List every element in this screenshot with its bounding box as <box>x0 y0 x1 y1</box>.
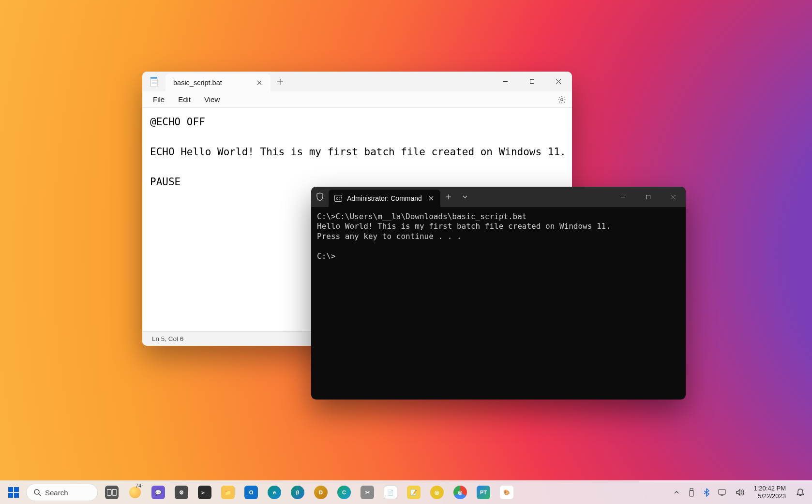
tray-volume-icon[interactable] <box>732 483 748 502</box>
svg-point-6 <box>561 98 563 101</box>
svg-text:c:\: c:\ <box>336 196 342 201</box>
taskbar-app-snipping[interactable]: ✂ <box>357 482 377 503</box>
tray-date: 5/22/2023 <box>758 492 786 500</box>
system-tray: 1:20:42 PM 5/22/2023 <box>670 483 812 502</box>
notepad-cursor-position: Ln 5, Col 6 <box>152 335 183 342</box>
taskbar-app-chat[interactable]: 💬 <box>148 482 168 503</box>
settings-icon[interactable] <box>556 94 567 105</box>
svg-rect-13 <box>14 493 19 498</box>
notepad-tab-close-icon[interactable] <box>255 78 264 87</box>
notepad-maximize-button[interactable] <box>519 72 545 91</box>
terminal-dropdown-button[interactable] <box>457 187 473 207</box>
tray-bluetooth-icon[interactable] <box>700 483 713 502</box>
search-icon <box>33 489 41 496</box>
start-button[interactable] <box>4 483 23 502</box>
taskbar-task-view[interactable] <box>102 482 122 503</box>
terminal-minimize-button[interactable] <box>610 187 635 207</box>
tray-usb-icon[interactable] <box>684 483 699 502</box>
svg-rect-11 <box>14 487 19 492</box>
notepad-minimize-button[interactable] <box>492 72 519 91</box>
tray-notifications-button[interactable] <box>792 488 809 497</box>
terminal-tab[interactable]: c:\ Administrator: Command Pro <box>329 190 440 207</box>
taskbar-app-edge-beta[interactable]: β <box>287 482 308 503</box>
tray-network-icon[interactable] <box>714 483 731 502</box>
tray-overflow-button[interactable] <box>670 483 683 502</box>
terminal-close-button[interactable] <box>661 187 686 207</box>
notepad-app-icon <box>142 72 165 91</box>
terminal-window: c:\ Administrator: Command Pro C:\>C:\Us… <box>311 187 686 400</box>
notepad-new-tab-button[interactable] <box>271 72 290 91</box>
taskbar-app-paint[interactable]: 🎨 <box>496 482 517 503</box>
tray-clock[interactable]: 1:20:42 PM 5/22/2023 <box>749 485 791 500</box>
taskbar-weather[interactable]: 74° <box>125 482 145 503</box>
taskbar-app-chrome-canary[interactable]: ◎ <box>427 482 447 503</box>
svg-point-14 <box>34 489 39 494</box>
taskbar-pinned-apps: 74° 💬 ⚙ ＞_ 📁 O e β D C ✂ 📄 📝 ◎ ◎ PT 🎨 <box>102 482 517 503</box>
notepad-tab[interactable]: basic_script.bat <box>165 74 271 91</box>
notepad-titlebar[interactable]: basic_script.bat <box>142 72 572 91</box>
svg-rect-0 <box>150 77 157 79</box>
taskbar-app-settings[interactable]: ⚙ <box>171 482 192 503</box>
notepad-menubar: File Edit View <box>142 91 572 108</box>
taskbar-app-powertoys[interactable]: PT <box>473 482 494 503</box>
menu-view[interactable]: View <box>198 93 226 105</box>
svg-rect-18 <box>690 490 693 496</box>
terminal-tab-label: Administrator: Command Pro <box>347 194 422 202</box>
taskbar-app-edge-dev[interactable]: D <box>311 482 331 503</box>
weather-temp: 74° <box>135 483 144 489</box>
taskbar: Search 74° 💬 ⚙ ＞_ 📁 O e β D C ✂ 📄 📝 ◎ <box>0 480 812 504</box>
svg-rect-1 <box>150 79 157 87</box>
taskbar-app-edge[interactable]: e <box>264 482 285 503</box>
taskbar-app-notepad[interactable]: 📄 <box>380 482 401 503</box>
tray-time: 1:20:42 PM <box>754 485 786 492</box>
taskbar-search-placeholder: Search <box>45 489 68 497</box>
taskbar-app-chrome[interactable]: ◎ <box>450 482 470 503</box>
terminal-maximize-button[interactable] <box>635 187 661 207</box>
taskbar-app-explorer[interactable]: 📁 <box>218 482 238 503</box>
taskbar-app-outlook[interactable]: O <box>241 482 261 503</box>
terminal-output[interactable]: C:\>C:\Users\m__la\Downloads\basic_scrip… <box>311 207 686 400</box>
taskbar-app-terminal[interactable]: ＞_ <box>195 482 215 503</box>
taskbar-app-edge-canary[interactable]: C <box>334 482 354 503</box>
terminal-tab-close-icon[interactable] <box>427 194 436 203</box>
svg-rect-17 <box>690 489 693 490</box>
svg-rect-15 <box>107 489 111 495</box>
svg-rect-5 <box>530 80 534 84</box>
terminal-new-tab-button[interactable] <box>440 187 457 207</box>
taskbar-search[interactable]: Search <box>26 484 98 501</box>
taskbar-app-sticky-notes[interactable]: 📝 <box>404 482 424 503</box>
menu-file[interactable]: File <box>147 93 170 105</box>
notepad-close-button[interactable] <box>545 72 572 91</box>
notepad-tab-label: basic_script.bat <box>173 79 222 87</box>
cmd-icon: c:\ <box>334 194 342 202</box>
svg-rect-10 <box>8 487 13 492</box>
svg-rect-16 <box>112 489 117 495</box>
desktop: basic_script.bat File Edit View @ECHO OF… <box>0 0 812 504</box>
svg-rect-19 <box>719 489 725 494</box>
svg-rect-9 <box>646 195 650 199</box>
admin-shield-icon <box>311 187 329 207</box>
svg-rect-12 <box>8 493 13 498</box>
menu-edit[interactable]: Edit <box>172 93 196 105</box>
terminal-titlebar[interactable]: c:\ Administrator: Command Pro <box>311 187 686 207</box>
